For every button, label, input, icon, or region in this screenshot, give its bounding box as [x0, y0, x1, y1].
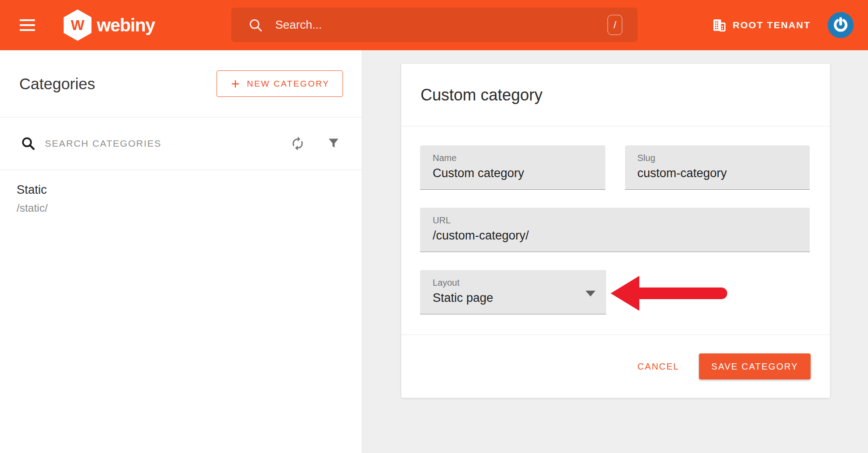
search-categories-input[interactable] [45, 138, 277, 149]
form-title: Custom category [421, 86, 542, 105]
app-header: W webiny / [0, 0, 868, 50]
form-header: Custom category [401, 64, 830, 126]
webiny-hexagon-icon: W [64, 9, 91, 41]
name-input[interactable] [433, 166, 591, 180]
save-category-button[interactable]: SAVE CATEGORY [699, 353, 811, 379]
list-item-url: /static/ [17, 202, 353, 214]
tenant-selector[interactable]: ROOT TENANT [712, 17, 811, 33]
page-title: Categories [19, 75, 95, 93]
cancel-button[interactable]: CANCEL [631, 357, 686, 376]
plus-icon [230, 78, 241, 89]
name-field-label: Name [433, 153, 605, 163]
filter-icon[interactable] [326, 136, 341, 151]
layout-field-label: Layout [433, 278, 606, 288]
webiny-logo: W webiny [64, 0, 155, 50]
logo-letter: W [64, 9, 91, 41]
form-body: Name Slug URL Layout [401, 126, 830, 314]
form-footer: CANCEL SAVE CATEGORY [401, 335, 830, 398]
slug-field-label: Slug [638, 153, 810, 163]
layout-selected-value: Static page [433, 291, 606, 305]
new-category-button[interactable]: NEW CATEGORY [217, 70, 343, 97]
chevron-down-icon [586, 291, 595, 296]
building-icon [712, 17, 727, 33]
slash-shortcut-key: / [613, 19, 616, 31]
content-panel: Custom category Name Slug URL [362, 50, 868, 453]
header-right-group: ROOT TENANT [712, 0, 854, 50]
url-field[interactable]: URL [420, 208, 810, 252]
menu-icon[interactable] [20, 16, 36, 34]
slug-input[interactable] [638, 166, 796, 180]
list-item[interactable]: Static /static/ [0, 170, 362, 226]
search-categories-icon [21, 136, 36, 151]
tenant-label: ROOT TENANT [733, 20, 811, 30]
user-avatar[interactable] [828, 12, 854, 38]
new-category-label: NEW CATEGORY [247, 79, 330, 89]
global-search-input[interactable] [275, 18, 608, 32]
logo-wordmark: webiny [97, 15, 155, 35]
refresh-icon[interactable] [290, 136, 305, 151]
url-field-label: URL [433, 215, 810, 226]
categories-panel: Categories NEW CATEGORY [0, 50, 362, 453]
search-icon [247, 17, 264, 33]
list-tools [277, 136, 362, 151]
slug-field[interactable]: Slug [625, 145, 810, 190]
layout-dropdown[interactable]: Layout Static page [420, 270, 606, 314]
categories-search-row [0, 118, 362, 170]
name-field[interactable]: Name [420, 145, 605, 190]
category-form-card: Custom category Name Slug URL [401, 64, 830, 398]
slash-shortcut-badge: / [608, 15, 622, 35]
url-input[interactable] [433, 229, 780, 243]
global-search-bar[interactable]: / [231, 8, 638, 42]
list-item-name: Static [17, 183, 353, 197]
categories-header-row: Categories NEW CATEGORY [0, 50, 362, 118]
main-area: Categories NEW CATEGORY [0, 50, 868, 453]
gravatar-icon [832, 16, 850, 34]
